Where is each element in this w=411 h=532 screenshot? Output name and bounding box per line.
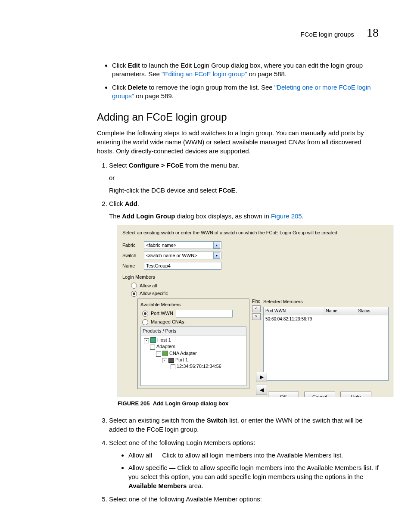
text: to remove the login group from the list.… [147,84,274,91]
host-icon [150,337,156,343]
text: . [302,212,304,220]
help-button[interactable]: Help [340,392,371,397]
intro-bullet-list: Click Edit to launch the Edit Login Grou… [97,61,379,100]
table-row[interactable]: 50:60:04:82:11:23:56:79 [264,315,388,323]
radio-label: Port WWN [151,310,173,317]
steps-list: Select Configure > FCoE from the menu ba… [97,161,379,504]
radio-label: Allow specific [140,290,168,297]
tree-node-host[interactable]: Host 1 [157,337,171,342]
text: on page 589. [134,92,174,100]
port-wwn-radio[interactable]: Port WWN [142,310,246,317]
ok-button[interactable]: OK [268,392,299,397]
col-status: Status [356,307,388,315]
section-intro: Complete the following steps to add swit… [97,128,379,156]
tree-node-wwn[interactable]: 12:34:56:78:12:34:56 [177,364,221,369]
step-4-allow-all: Allow all — Click to allow all login mem… [128,451,379,460]
section-heading: Adding an FCoE login group [97,111,379,123]
fabric-value: <fabric name> [146,242,176,249]
add-login-group-dialog: Select an existing switch or enter the W… [118,225,393,397]
bold-text: Edit [128,62,140,69]
chapter-number: 18 [367,26,379,39]
available-members-title: Available Members [140,302,246,308]
step-2-sub: The Add Login Group dialog box displays,… [109,212,379,221]
allow-specific-radio[interactable]: Allow specific [131,290,389,297]
text: dialog box displays, as shown in [175,212,271,220]
link-figure-205[interactable]: Figure 205 [271,212,302,220]
find-prev-button[interactable]: < [252,305,261,312]
text: Click [109,200,125,207]
chevron-down-icon: ▾ [213,242,220,249]
find-column: Find < > [252,299,261,320]
selected-members-title: Selected Members [263,299,389,305]
tree-node-cna[interactable]: CNA Adapter [169,351,197,356]
switch-dropdown[interactable]: <switch name or WWN> ▾ [144,252,221,259]
radio-icon [131,283,137,289]
text: Select an existing switch from the [109,417,207,424]
collapse-icon[interactable]: - [156,352,161,357]
text: Click [112,62,128,69]
col-port-wwn: Port WWN [264,307,324,315]
text: The [109,212,122,220]
collapse-icon[interactable]: - [144,338,149,343]
radio-label: Allow all [140,283,157,289]
text: . [235,187,237,194]
bold-text: Available Members [128,482,187,489]
port-wwn-input[interactable] [176,310,233,317]
login-members-label: Login Members [122,274,389,280]
figure-text: Add Login Group dialog box [153,400,228,407]
fabric-label: Fabric [122,242,144,249]
wwn-icon [171,364,175,369]
bold-text: Add [125,200,137,207]
figure-label: FIGURE 205 [118,400,149,407]
step-2: Click Add. The Add Login Group dialog bo… [109,199,379,408]
radio-icon [142,319,148,325]
name-label: Name [122,263,144,269]
text: from the menu bar. [184,162,240,169]
port-icon [168,358,174,363]
bold-text: FCoE [218,187,235,194]
cancel-button[interactable]: Cancel [304,392,335,397]
dialog-instruction: Select an existing switch or enter the W… [122,230,389,236]
radio-label: Managed CNAs [151,319,184,325]
available-members-panel: Available Members Port WWN Managed CNAs [137,299,249,389]
header-title: FCoE login groups [301,31,354,38]
tree-header: Products / Ports [141,327,246,336]
add-member-button[interactable]: ▶ [256,372,267,382]
step-3: Select an existing switch from the Switc… [109,416,379,434]
collapse-icon[interactable]: - [150,345,155,350]
text: area. [187,482,203,489]
step-5: Select one of the following Available Me… [109,495,379,504]
name-input[interactable]: TestGroup4 [144,262,221,270]
text: Select one of the following Login Member… [109,439,255,446]
text: . [137,200,139,207]
find-label: Find [252,299,261,305]
text: Right-click the DCB device and select [109,187,218,194]
step-1: Select Configure > FCoE from the menu ba… [109,161,379,195]
collapse-icon[interactable]: - [162,358,167,363]
tree-node-adapters[interactable]: Adapters [156,344,175,349]
available-tree[interactable]: Products / Ports -Host 1 -Adapters -CNA … [140,327,246,386]
col-name: Name [324,307,357,315]
find-next-button[interactable]: > [252,313,261,320]
text: Allow specific — Click to allow specific… [128,464,379,480]
bold-text: Configure > FCoE [129,162,184,169]
selected-column: Selected Members Port WWN Name Status 50… [263,299,389,381]
selected-members-table[interactable]: Port WWN Name Status 50:60:04:82:11:23:5… [263,307,389,381]
bullet-delete: Click Delete to remove the login group f… [112,83,379,101]
link-editing-group[interactable]: "Editing an FCoE login group" [162,70,247,78]
chevron-down-icon: ▾ [213,252,220,259]
step-4-allow-specific: Allow specific — Click to allow specific… [128,463,379,490]
allow-all-radio[interactable]: Allow all [131,283,389,289]
fabric-dropdown[interactable]: <fabric name> ▾ [144,241,221,249]
step-1-alt: Right-click the DCB device and select FC… [109,186,379,195]
text: on page 588. [247,70,286,78]
page-header: FCoE login groups 18 [32,26,379,40]
name-value: TestGroup4 [146,263,171,269]
managed-cnas-radio[interactable]: Managed CNAs [142,319,246,325]
bold-text: Delete [128,84,147,91]
switch-value: <switch name or WWN> [146,252,197,259]
tree-node-port[interactable]: Port 1 [175,357,188,362]
remove-member-button[interactable]: ◀ [256,385,267,395]
text: Select [109,162,129,169]
bold-text: Switch [207,417,227,424]
